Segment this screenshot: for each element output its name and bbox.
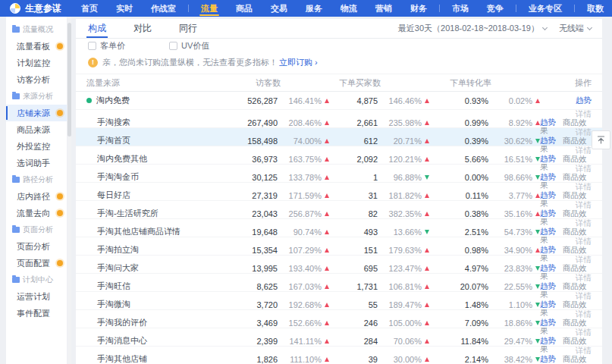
top-nav-item[interactable]: 服务 [297,0,331,17]
table-row[interactable]: 手淘拍立淘 15,354 107.29% 151 179.63% 0.98% [76,237,602,256]
conversion-value: 11.84% [461,337,489,346]
top-nav-item[interactable]: 流量 [192,0,227,17]
buyers-value: 55 [369,300,378,309]
back-to-top-button[interactable] [592,130,610,149]
visitors-cell: 15,354 107.29% [214,246,329,255]
table-row[interactable]: 每日好店 27,319 171.59% 31 181.82% 0.11% [76,183,602,201]
top-nav-item[interactable]: 作战室 [142,0,185,17]
visitors-change: 141.11% [278,337,322,346]
top-nav-item[interactable]: 物流 [331,0,366,17]
table-row[interactable]: 手淘旺信 8,625 167.03% 1,731 106.81% 20.07% [76,274,602,292]
sidebar-item[interactable]: 来源分析 [6,88,67,105]
sidebar-item[interactable]: 访客分析 [6,71,67,88]
sidebar-item[interactable]: 流量看板 [6,38,67,55]
tab[interactable]: 对比 [133,19,152,38]
nav-divider [188,5,189,12]
table-row[interactable]: 手淘其他店铺 1,826 111.10% 39 30.00% 2.14% [76,347,602,364]
nav-divider [574,5,575,12]
buyers-cell: 31 181.82% [329,191,429,200]
table-row[interactable]: 手淘微淘 3,720 192.68% 55 189.47% 1.48% [76,292,602,310]
sidebar-item[interactable]: 外投监控 [6,138,67,155]
col-conversion: 下单转化率 [429,77,540,89]
conversion-change: 3.77% [488,191,532,200]
sidebar-item-label: 外投监控 [17,141,50,152]
tab[interactable]: 同行 [179,19,197,38]
sidebar-item[interactable]: 页面分析 [6,221,67,238]
buyers-cell: 151 179.63% [329,246,429,255]
metric-checkbox[interactable]: UV价值 [169,40,209,52]
buyers-cell: 612 20.71% [329,136,429,146]
top-nav-item[interactable]: 业务专区 [519,0,571,17]
top-nav-item[interactable]: 交易 [262,0,297,17]
conversion-value: 0.98% [465,246,488,255]
table-row[interactable]: 手淘搜索 267,490 208.46% 2,661 235.98% 0.99% [76,110,602,128]
tab[interactable]: 构成 [88,19,106,38]
terminal-picker[interactable]: 无线端 [559,23,592,34]
table-row[interactable]: 淘内免费 526,287 146.41% 4,875 146.46% 0.93% [76,92,602,110]
visitors-cell: 2,399 141.11% [214,337,329,346]
sidebar-item[interactable]: 页面配置 [6,255,67,271]
table-row[interactable]: 手淘问大家 13,995 193.40% 695 123.47% 4.97% [76,256,602,274]
checkbox-icon[interactable] [169,42,177,50]
sidebar-item[interactable]: 店铺来源 [6,105,67,121]
conversion-change: 38.42% [488,355,532,364]
trend-link[interactable]: 趋势 [576,96,592,105]
sidebar-item[interactable]: 事件配置 [6,305,67,322]
subscribe-link[interactable]: 立即订购 [279,57,318,68]
date-range-picker[interactable]: 最近30天（2018-02-18~2018-03-19） [398,23,547,34]
buyers-change: 179.63% [378,246,422,255]
top-nav-item[interactable]: 首页 [72,0,107,17]
sidebar-item[interactable]: 流量概况 [6,21,67,38]
buyers-value: 2,661 [356,118,378,127]
source-name: 每日好店 [97,190,130,201]
table-row[interactable]: 手淘我的评价 3,469 152.66% 246 105.00% 7.09% [76,310,602,328]
visitors-cell: 1,826 111.10% [214,355,329,364]
pickers: 最近30天（2018-02-18~2018-03-19） 无线端 [386,19,592,38]
sidebar-item[interactable]: 计划监控 [6,55,67,71]
scrollbar-thumb[interactable] [67,23,71,136]
sidebar-item[interactable]: 页面分析 [6,238,67,255]
top-nav-item[interactable]: 市场 [443,0,478,17]
conversion-value: 0.93% [465,96,488,105]
top-nav-item[interactable]: 营销 [366,0,401,17]
top-nav-item[interactable]: 财务 [401,0,436,17]
checkbox-icon[interactable] [88,42,96,50]
conversion-value: 1.48% [465,300,488,309]
visitors-value: 158,498 [247,136,278,146]
table-row[interactable]: 手淘消息中心 2,399 141.11% 284 70.06% 11.84% [76,328,602,347]
conversion-change: 23.83% [488,264,532,273]
table-row[interactable]: 手淘其他店铺商品详情 19,648 90.74% 493 13.66% 2.51… [76,219,602,237]
conversion-change: 18.86% [488,318,532,328]
date-range-label: 最近30天（2018-02-18~2018-03-19） [398,23,539,34]
conversion-cell: 0.39% 30.62% [429,136,540,146]
visitors-change: 107.29% [278,246,322,255]
table-row[interactable]: 手淘首页 158,498 74.00% 612 20.71% 0.39% [76,128,602,146]
visitors-change: 146.41% [278,96,322,105]
top-nav-item[interactable]: 竞争 [478,0,513,17]
metric-checkbox[interactable]: 客单价 [88,40,125,52]
sidebar-item[interactable]: 选词助手 [6,155,67,171]
nav-divider [516,5,516,12]
brand[interactable]: 生意参谋 [0,2,72,15]
sidebar-item[interactable]: 商品来源 [6,121,67,138]
table-row[interactable]: 手淘淘金币 30,125 133.78% 1 96.88% 0.00% [76,165,602,183]
top-nav-item[interactable]: 商品 [227,0,262,17]
table-row[interactable]: 手淘-生活研究所 23,043 256.87% 82 382.35% 0.38% [76,201,602,219]
folder-icon [12,277,20,283]
table-row[interactable]: 淘内免费其他 36,973 163.75% 2,092 120.21% 5.66… [76,146,602,165]
sidebar-item[interactable]: 运营计划 [6,288,67,305]
buyers-cell: 2,661 235.98% [329,118,429,127]
buyers-change: 181.82% [378,191,422,200]
visitors-cell: 23,043 256.87% [214,209,329,218]
visitors-cell: 3,469 152.66% [214,318,329,328]
sidebar-item[interactable]: 路径分析 [6,171,67,188]
sidebar-scrollbar[interactable] [67,17,71,364]
metric-selector: 客单价 UV价值 [76,39,602,52]
sidebar-item[interactable]: 计划中心 [6,271,67,288]
sidebar-item[interactable]: 店内路径 [6,188,67,205]
sidebar-item[interactable]: 流量去向 [6,205,67,221]
buyers-change: 13.66% [378,228,422,237]
top-nav-item[interactable]: 实时 [107,0,142,17]
buyers-value: 39 [369,355,378,364]
top-nav-item[interactable]: 取数 [578,0,612,17]
